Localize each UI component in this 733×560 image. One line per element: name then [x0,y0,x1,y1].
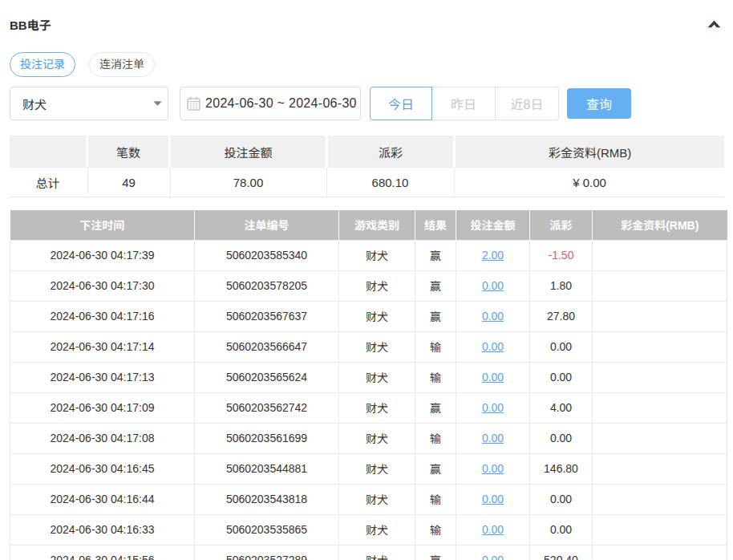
cell-payout: 0.00 [530,331,593,362]
collapse-button[interactable] [706,16,722,29]
cell-bet-amount: 0.00 [456,270,530,301]
range-button-today[interactable]: 今日 [370,87,432,120]
cell-order-id: 5060203535865 [195,514,339,545]
records-header-bet-time: 下注时间 [10,210,195,240]
cell-bonus [593,240,727,270]
cell-result: 输 [415,484,456,514]
cell-bet-amount: 2.00 [456,240,530,270]
betting-records-panel: BB电子 投注记录 连消注单 财犬 [0,18,733,560]
cell-bet-time: 2024-06-30 04:17:30 [10,270,195,301]
record-type-tabs: 投注记录 连消注单 [10,52,723,77]
bet-amount-link[interactable]: 0.00 [482,371,504,383]
date-range-input[interactable]: 2024-06-30 ~ 2024-06-30 [180,87,361,120]
bet-amount-link[interactable]: 0.00 [482,340,504,353]
cell-game-type: 财犬 [339,484,415,514]
cell-payout: 4.00 [530,392,593,423]
cell-order-id: 5060203585340 [195,240,339,270]
records-row: 2024-06-30 04:16:455060203544881财犬赢0.001… [10,453,727,484]
cell-game-type: 财犬 [339,392,415,423]
cell-order-id: 5060203578205 [195,270,339,301]
cell-bet-amount: 0.00 [456,514,530,545]
bet-amount-link[interactable]: 0.00 [482,523,504,536]
cell-order-id: 5060203562742 [195,392,339,423]
game-select[interactable]: 财犬 [10,87,168,120]
records-header-game-type: 游戏类别 [339,210,415,240]
cell-bonus [593,362,727,392]
records-header-payout: 派彩 [530,210,593,240]
cell-result: 输 [415,331,456,362]
cell-order-id: 5060203561699 [195,423,339,453]
summary-header-bet-amount: 投注金额 [171,136,325,168]
summary-total-bet-amount: 78.00 [170,168,325,197]
cell-game-type: 财犬 [339,362,415,392]
cell-bonus [593,270,727,301]
summary-header-bonus: 彩金资料(RMB) [456,136,724,168]
cell-payout: 27.80 [530,301,593,331]
records-row: 2024-06-30 04:15:565060203527289财犬赢0.005… [10,545,727,560]
payout-negative-value: -1.50 [549,249,574,262]
cell-bonus [593,392,727,423]
records-header-row: 下注时间 注单编号 游戏类别 结果 投注金额 派彩 彩金资料(RMB) [10,210,727,240]
tab-cancelled-orders[interactable]: 连消注单 [89,52,155,77]
bet-amount-link[interactable]: 0.00 [482,554,504,560]
bet-amount-link[interactable]: 2.00 [482,249,504,262]
cell-bet-time: 2024-06-30 04:16:44 [10,484,195,514]
records-header-bonus: 彩金资料(RMB) [593,210,727,240]
bet-amount-link[interactable]: 0.00 [482,401,504,414]
summary-total-payout: 680.10 [326,168,452,197]
summary-header-count: 笔数 [88,136,169,168]
cell-bonus [593,331,727,362]
cell-result: 输 [415,514,456,545]
records-row: 2024-06-30 04:17:165060203567637财犬赢0.002… [10,301,727,331]
cell-result: 输 [415,423,456,453]
cell-game-type: 财犬 [339,331,415,362]
bet-amount-link[interactable]: 0.00 [482,462,504,475]
cell-order-id: 5060203566647 [195,331,339,362]
cell-bet-time: 2024-06-30 04:17:08 [10,423,195,453]
records-header-bet-amount: 投注金额 [456,210,530,240]
cell-game-type: 财犬 [339,514,415,545]
records-row: 2024-06-30 04:17:085060203561699财犬输0.000… [10,423,727,453]
cell-result: 赢 [415,392,456,423]
range-button-last8days[interactable]: 近8日 [495,87,559,120]
cell-payout: 0.00 [530,514,593,545]
cell-result: 赢 [415,270,456,301]
records-row: 2024-06-30 04:17:305060203578205财犬赢0.001… [10,270,727,301]
cell-bet-amount: 0.00 [456,301,530,331]
cell-result: 赢 [415,453,456,484]
records-row: 2024-06-30 04:17:145060203566647财犬输0.000… [10,331,727,362]
cell-game-type: 财犬 [339,240,415,270]
records-row: 2024-06-30 04:17:395060203585340财犬赢2.00-… [10,240,727,270]
cell-result: 赢 [415,301,456,331]
cell-bet-amount: 0.00 [456,392,530,423]
cell-payout: 0.00 [530,362,593,392]
cell-bonus [593,453,727,484]
bet-amount-link[interactable]: 0.00 [482,432,504,444]
bet-amount-link[interactable]: 0.00 [482,279,504,292]
summary-header-row: 笔数 投注金额 派彩 彩金资料(RMB) [10,136,724,168]
search-button[interactable]: 查询 [567,88,631,119]
range-button-yesterday[interactable]: 昨日 [431,87,496,120]
cell-result: 输 [415,362,456,392]
cell-order-id: 5060203567637 [195,301,339,331]
cell-bet-time: 2024-06-30 04:16:45 [10,453,195,484]
cell-payout: -1.50 [530,240,593,270]
records-row: 2024-06-30 04:17:095060203562742财犬赢0.004… [10,392,727,423]
cell-result: 赢 [415,240,456,270]
bet-amount-link[interactable]: 0.00 [482,493,504,505]
cell-bonus [593,423,727,453]
summary-table: 笔数 投注金额 派彩 彩金资料(RMB) 总计 49 78.00 680.10 … [10,136,724,197]
calendar-icon [187,96,200,111]
bet-amount-link[interactable]: 0.00 [482,310,504,323]
caret-down-icon [153,101,162,106]
cell-bonus [593,514,727,545]
cell-bet-time: 2024-06-30 04:17:39 [10,240,195,270]
summary-header-empty [10,136,86,168]
cell-bet-amount: 0.00 [456,545,530,560]
summary-total-count: 49 [87,168,168,197]
cell-bonus [593,545,727,560]
tab-bet-records[interactable]: 投注记录 [10,52,75,77]
chevron-up-icon [707,17,722,29]
game-select-value: 财犬 [22,95,153,112]
cell-game-type: 财犬 [339,270,415,301]
